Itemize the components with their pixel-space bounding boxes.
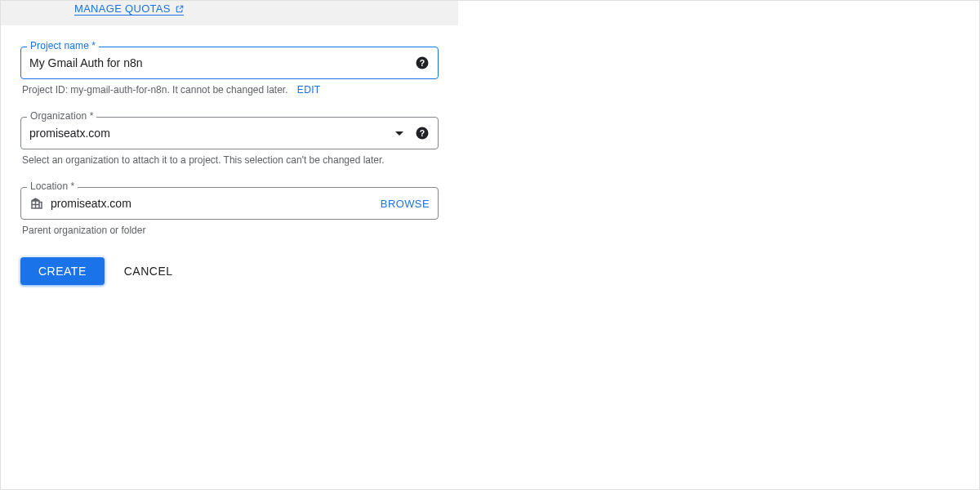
location-field[interactable]: promiseatx.com BROWSE — [20, 187, 439, 220]
project-name-field-wrap: Project name * ? Project ID: my-gmail-au… — [20, 47, 439, 96]
edit-project-id-button[interactable]: EDIT — [297, 84, 321, 96]
project-id-helper: Project ID: my-gmail-auth-for-n8n. It ca… — [20, 84, 439, 96]
browse-button[interactable]: BROWSE — [381, 198, 430, 210]
project-name-input[interactable] — [29, 56, 408, 69]
external-link-icon — [176, 5, 184, 13]
location-helper: Parent organization or folder — [20, 225, 439, 236]
help-icon[interactable]: ? — [415, 126, 430, 140]
quota-banner: MANAGE QUOTAS — [1, 1, 458, 25]
organization-icon — [29, 196, 44, 211]
organization-helper: Select an organization to attach it to a… — [20, 154, 439, 166]
organization-label: Organization * — [27, 110, 96, 122]
project-id-value: my-gmail-auth-for-n8n — [70, 84, 167, 96]
svg-text:?: ? — [420, 128, 425, 138]
location-value: promiseatx.com — [51, 197, 374, 210]
organization-value: promiseatx.com — [29, 127, 389, 140]
create-button[interactable]: CREATE — [20, 257, 105, 285]
chevron-down-icon — [395, 131, 403, 136]
project-id-suffix: . It cannot be changed later. — [167, 84, 287, 96]
cancel-button[interactable]: CANCEL — [124, 265, 173, 278]
location-field-wrap: Location * promiseatx.com BROWSE Parent … — [20, 187, 439, 236]
svg-text:?: ? — [420, 58, 425, 68]
action-button-row: CREATE CANCEL — [20, 257, 439, 285]
manage-quotas-label: MANAGE QUOTAS — [74, 2, 171, 15]
manage-quotas-link[interactable]: MANAGE QUOTAS — [74, 2, 184, 16]
organization-select[interactable]: promiseatx.com ? — [20, 117, 439, 149]
project-name-field[interactable]: ? — [20, 47, 439, 79]
help-icon[interactable]: ? — [415, 56, 430, 70]
project-id-prefix: Project ID: — [22, 84, 70, 96]
project-name-label: Project name * — [27, 40, 99, 51]
location-label: Location * — [27, 180, 78, 192]
organization-field-wrap: Organization * promiseatx.com ? Select a… — [20, 117, 439, 166]
